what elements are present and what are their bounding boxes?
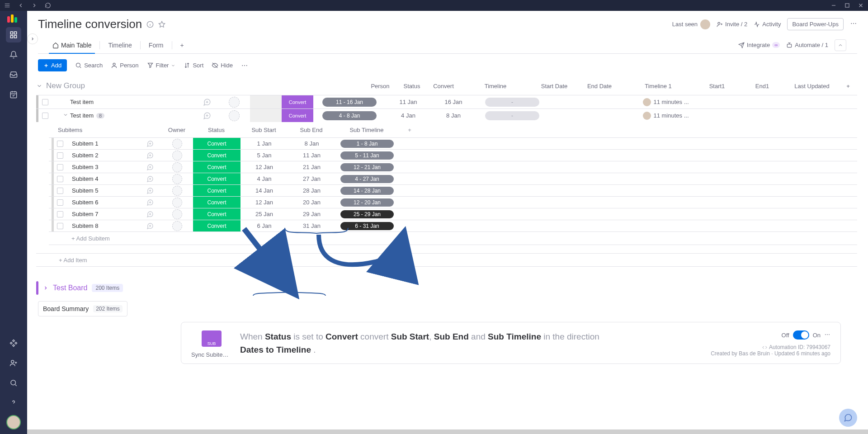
subend-cell[interactable]: 28 Jan xyxy=(288,187,335,194)
col-status[interactable]: Status xyxy=(396,83,428,90)
add-button[interactable]: Add xyxy=(38,59,67,71)
help-icon[interactable] xyxy=(6,395,21,410)
group2-name[interactable]: Test Board xyxy=(53,284,87,292)
invite-button[interactable]: Invite / 2 xyxy=(717,21,747,28)
subitem-row[interactable]: Subitem 6Convert12 Jan20 Jan12 - 20 Jan xyxy=(49,196,857,208)
subtimeline-cell[interactable]: 6 - 31 Jan xyxy=(335,222,399,230)
subrow-checkbox[interactable] xyxy=(57,176,63,182)
timeline-cell[interactable]: 4 - 8 Jan xyxy=(313,111,386,120)
add-conversation-icon[interactable] xyxy=(196,98,218,106)
app-logo[interactable] xyxy=(7,14,20,23)
group-test-board[interactable]: Test Board 200 Items xyxy=(36,281,857,295)
substart-cell[interactable]: 12 Jan xyxy=(241,199,288,206)
minimize-icon[interactable] xyxy=(830,2,837,9)
timeline-cell[interactable]: 11 - 16 Jan xyxy=(313,98,386,107)
chevron-down-icon[interactable] xyxy=(36,83,42,89)
tab-form[interactable]: Form xyxy=(145,37,167,53)
automation-toggle[interactable] xyxy=(793,330,809,340)
auto-field-direction[interactable]: Dates to Timeline xyxy=(240,345,311,354)
col-start-date[interactable]: Start Date xyxy=(532,83,577,90)
subrow-checkbox[interactable] xyxy=(57,188,63,194)
board-title[interactable]: Timeline conversion xyxy=(38,17,142,31)
sub-add-conversation-icon[interactable] xyxy=(139,140,161,147)
toolbar-more-icon[interactable] xyxy=(241,62,248,69)
sub-add-conversation-icon[interactable] xyxy=(139,175,161,183)
substart-cell[interactable]: 25 Jan xyxy=(241,211,288,217)
owner-cell[interactable] xyxy=(161,174,193,184)
sub-add-conversation-icon[interactable] xyxy=(139,187,161,194)
status-cell[interactable] xyxy=(250,109,282,122)
sub-add-conversation-icon[interactable] xyxy=(139,164,161,171)
subrow-checkbox[interactable] xyxy=(57,152,63,159)
sub-status-cell[interactable]: Convert xyxy=(193,197,241,208)
sub-status-cell[interactable]: Convert xyxy=(193,138,241,149)
subtimeline-cell[interactable]: 25 - 29 Jan xyxy=(335,210,399,218)
subitem-name[interactable]: Subitem 4 xyxy=(66,175,139,182)
updated-cell[interactable]: 11 minutes ... xyxy=(639,112,693,120)
subend-cell[interactable]: 11 Jan xyxy=(288,152,335,159)
subitem-name[interactable]: Subitem 6 xyxy=(66,199,139,206)
auto-field-subend[interactable]: Sub End xyxy=(434,332,469,341)
col-subtimeline[interactable]: Sub Timeline xyxy=(335,127,398,133)
sub-add-conversation-icon[interactable] xyxy=(139,211,161,218)
add-subitem-button[interactable]: + Add Subitem xyxy=(49,231,857,245)
close-icon[interactable] xyxy=(857,2,864,9)
col-last-updated[interactable]: Last Updated xyxy=(785,83,839,90)
subitem-row[interactable]: Subitem 2Convert5 Jan11 Jan5 - 11 Jan xyxy=(49,149,857,161)
col-person[interactable]: Person xyxy=(364,83,396,90)
automation-menu-icon[interactable] xyxy=(824,331,830,339)
add-column-icon[interactable]: + xyxy=(839,83,857,90)
sub-add-conversation-icon[interactable] xyxy=(139,152,161,159)
owner-cell[interactable] xyxy=(161,209,193,219)
subtimeline-cell[interactable]: 5 - 11 Jan xyxy=(335,151,399,160)
inbox-icon[interactable] xyxy=(6,67,21,82)
automate-button[interactable]: Automate / 1 xyxy=(786,42,828,48)
subitem-row[interactable]: Subitem 3Convert12 Jan21 Jan12 - 21 Jan xyxy=(49,161,857,173)
col-substart[interactable]: Sub Start xyxy=(240,127,288,133)
col-subend[interactable]: Sub End xyxy=(288,127,335,133)
search-icon[interactable] xyxy=(6,375,21,391)
back-icon[interactable] xyxy=(17,2,24,9)
col-end-date[interactable]: End Date xyxy=(577,83,622,90)
person-filter[interactable]: Person xyxy=(111,62,138,69)
col-owner[interactable]: Owner xyxy=(161,127,193,133)
subrow-checkbox[interactable] xyxy=(57,141,63,147)
sub-status-cell[interactable]: Convert xyxy=(193,173,241,184)
subrow-checkbox[interactable] xyxy=(57,223,63,229)
auto-field-substart[interactable]: Sub Start xyxy=(391,332,429,341)
menu-icon[interactable] xyxy=(4,2,11,9)
item-name[interactable]: Test item8 xyxy=(52,112,196,119)
expand-icon[interactable] xyxy=(61,112,68,119)
board-menu-icon[interactable] xyxy=(850,20,857,28)
convert-cell[interactable]: Convert xyxy=(282,95,313,108)
owner-cell[interactable] xyxy=(161,198,193,208)
sort-button[interactable]: Sort xyxy=(184,62,203,69)
add-item-button[interactable]: + Add Item xyxy=(36,253,857,267)
activity-button[interactable]: Activity xyxy=(754,21,781,28)
filter-button[interactable]: Filter xyxy=(147,62,176,69)
item-name[interactable]: Test item xyxy=(52,99,196,105)
last-seen[interactable]: Last seen xyxy=(672,19,710,29)
subitem-row[interactable]: Subitem 4Convert4 Jan27 Jan4 - 27 Jan xyxy=(49,173,857,184)
apps-icon[interactable] xyxy=(6,335,21,351)
timeline1-cell[interactable]: - xyxy=(476,111,548,120)
subtimeline-cell[interactable]: 12 - 20 Jan xyxy=(335,198,399,207)
hide-button[interactable]: Hide xyxy=(212,62,233,69)
add-conversation-icon[interactable] xyxy=(196,112,218,120)
collapse-header-icon[interactable] xyxy=(835,39,846,51)
owner-cell[interactable] xyxy=(161,221,193,231)
forward-icon[interactable] xyxy=(31,2,38,9)
item-row[interactable]: Test itemConvert11 - 16 Jan11 Jan16 Jan-… xyxy=(36,95,857,108)
powerups-button[interactable]: Board Power-Ups xyxy=(787,18,844,30)
subitem-name[interactable]: Subitem 2 xyxy=(66,152,139,159)
auto-field-subtimeline[interactable]: Sub Timeline xyxy=(488,332,541,341)
subtimeline-cell[interactable]: 12 - 21 Jan xyxy=(335,163,399,171)
add-sub-column-icon[interactable]: + xyxy=(398,127,421,133)
invite-icon[interactable] xyxy=(6,355,21,371)
subitem-name[interactable]: Subitem 7 xyxy=(66,211,139,217)
person-cell[interactable] xyxy=(218,97,250,108)
sub-add-conversation-icon[interactable] xyxy=(139,222,161,230)
subitem-name[interactable]: Subitem 3 xyxy=(66,164,139,170)
subend-cell[interactable]: 27 Jan xyxy=(288,175,335,182)
board-summary[interactable]: Board Summary 202 Items xyxy=(38,301,127,316)
